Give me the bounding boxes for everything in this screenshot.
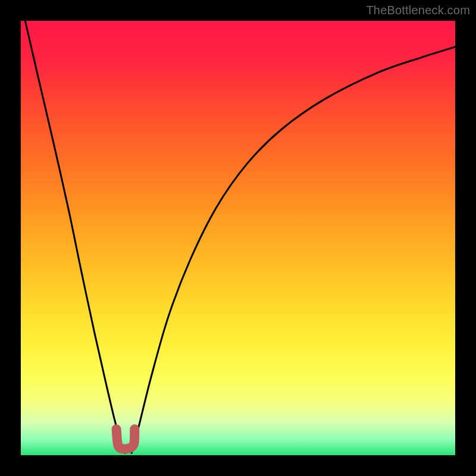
chart-outer-frame: TheBottleneck.com	[0, 0, 476, 476]
chart-plot	[21, 21, 455, 455]
watermark-text: TheBottleneck.com	[366, 4, 470, 17]
chart-background-gradient	[21, 21, 455, 455]
